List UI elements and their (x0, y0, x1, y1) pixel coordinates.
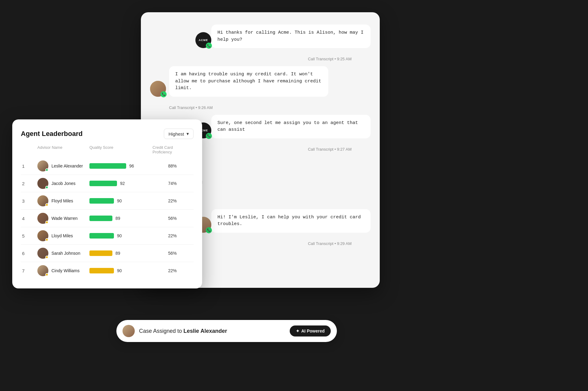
agent-avatar-1 (37, 160, 48, 171)
status-dot-1 (45, 168, 48, 171)
user-avatar-1: 📞 (150, 81, 166, 97)
score-bar-container-5: 90 (89, 233, 153, 239)
sort-label: Highest (168, 131, 184, 137)
agent-avatar-5 (37, 230, 48, 241)
case-banner-avatar (123, 325, 135, 337)
agent-info-2: Jacob Jones (37, 178, 89, 189)
sort-dropdown[interactable]: Highest ▾ (164, 129, 194, 139)
case-banner: Case Assigned to Leslie Alexander ✦ AI P… (116, 320, 337, 342)
rank-2: 2 (22, 181, 37, 186)
agent-avatar-6 (37, 248, 48, 259)
col-rank (22, 145, 37, 154)
score-num-5: 90 (117, 233, 122, 238)
phone-badge-1: 📞 (206, 43, 212, 49)
proficiency-1: 88% (153, 164, 192, 168)
agent-info-1: Leslie Alexander (37, 160, 89, 171)
agent-avatar-2 (37, 178, 48, 189)
leaderboard-row: 2 Jacob Jones 92 74% (21, 175, 194, 192)
proficiency-3: 22% (153, 198, 192, 203)
leaderboard-row: 6 Sarah Johnson 89 56% (21, 245, 194, 262)
agent-name-1: Leslie Alexander (51, 164, 83, 168)
leaderboard-rows: 1 Leslie Alexander 96 88% 2 Jacob Jones … (21, 157, 194, 279)
leaderboard-row: 4 Wade Warren 89 56% (21, 210, 194, 227)
rank-7: 7 (22, 268, 37, 273)
agent-name-3: Floyd Miles (51, 198, 73, 203)
col-advisor: Advisor Name (37, 145, 89, 154)
proficiency-6: 56% (153, 251, 192, 256)
score-bar-6 (89, 250, 112, 256)
proficiency-2: 74% (153, 181, 192, 186)
score-bar-container-2: 92 (89, 181, 153, 186)
col-proficiency: Credit Card Proficiency (153, 145, 192, 154)
agent-name-7: Cindy Williams (51, 268, 80, 273)
score-bar-container-6: 89 (89, 250, 153, 256)
agent-name-5: Lloyd Miles (51, 233, 73, 238)
timestamp-2: Call Transcript • 9:26 AM (150, 105, 371, 110)
agent-avatar-4 (37, 213, 48, 224)
leaderboard-title: Agent Leaderboard (21, 130, 83, 138)
message-row-1: Hi thanks for calling Acme. This is Alis… (150, 24, 371, 48)
score-bar-container-1: 96 (89, 163, 153, 169)
phone-badge-2: 📞 (160, 91, 167, 97)
message-bubble-2: I am having trouble using my credit card… (169, 66, 328, 97)
message-bubble-5: Hi! I'm Leslie, I can help you with your… (211, 209, 371, 233)
ai-powered-button[interactable]: ✦ AI Powered (290, 325, 331, 336)
agent-avatar-7 (37, 265, 48, 276)
score-num-1: 96 (129, 164, 134, 168)
chevron-down-icon: ▾ (187, 131, 189, 137)
score-bar-4 (89, 216, 112, 221)
score-bar-container-7: 90 (89, 268, 153, 273)
message-row-2: 📞 I am having trouble using my credit ca… (150, 66, 371, 97)
leaderboard-row: 3 Floyd Miles 90 22% (21, 192, 194, 210)
rank-4: 4 (22, 216, 37, 221)
col-quality: Quality Score (89, 145, 153, 154)
agent-info-7: Cindy Williams (37, 265, 89, 276)
timestamp-1: Call Transcript • 9:25 AM (150, 57, 371, 61)
leaderboard-panel: Agent Leaderboard Highest ▾ Advisor Name… (12, 119, 202, 288)
score-num-6: 89 (115, 251, 120, 256)
status-dot-2 (45, 186, 48, 189)
score-bar-1 (89, 163, 126, 169)
leaderboard-columns: Advisor Name Quality Score Credit Card P… (21, 145, 194, 154)
score-num-7: 90 (117, 268, 122, 273)
phone-badge-3: 📞 (206, 133, 212, 139)
leaderboard-header: Agent Leaderboard Highest ▾ (21, 129, 194, 139)
proficiency-4: 56% (153, 216, 192, 221)
agent-name-6: Sarah Johnson (51, 251, 80, 256)
status-dot-5 (45, 238, 48, 241)
agent-info-5: Lloyd Miles (37, 230, 89, 241)
status-dot-7 (45, 273, 48, 276)
agent-info-3: Floyd Miles (37, 195, 89, 206)
score-bar-container-4: 89 (89, 216, 153, 221)
score-bar-container-3: 90 (89, 198, 153, 204)
message-bubble-3: Sure, one second let me assign you to an… (211, 115, 371, 138)
phone-badge-leslie: 📞 (206, 227, 212, 233)
rank-1: 1 (22, 164, 37, 169)
agent-name-4: Wade Warren (51, 216, 77, 221)
ai-icon: ✦ (296, 329, 300, 333)
score-num-4: 89 (115, 216, 120, 221)
score-num-2: 92 (120, 181, 125, 186)
rank-6: 6 (22, 251, 37, 256)
case-banner-text: Case Assigned to Leslie Alexander (139, 328, 285, 334)
score-bar-3 (89, 198, 114, 204)
score-bar-5 (89, 233, 114, 239)
score-bar-7 (89, 268, 114, 273)
message-bubble-1: Hi thanks for calling Acme. This is Alis… (211, 24, 371, 48)
status-dot-4 (45, 221, 48, 224)
score-bar-2 (89, 181, 117, 186)
leaderboard-row: 1 Leslie Alexander 96 88% (21, 157, 194, 175)
status-dot-3 (45, 203, 48, 206)
leaderboard-row: 5 Lloyd Miles 90 22% (21, 227, 194, 245)
status-dot-6 (45, 256, 48, 259)
proficiency-5: 22% (153, 233, 192, 238)
agent-name-2: Jacob Jones (51, 181, 76, 186)
acme-avatar-1: ACME 📞 (195, 32, 211, 48)
rank-5: 5 (22, 233, 37, 239)
leaderboard-row: 7 Cindy Williams 90 22% (21, 262, 194, 279)
proficiency-7: 22% (153, 268, 192, 273)
rank-3: 3 (22, 198, 37, 204)
agent-info-4: Wade Warren (37, 213, 89, 224)
agent-info-6: Sarah Johnson (37, 248, 89, 259)
score-num-3: 90 (117, 198, 122, 203)
